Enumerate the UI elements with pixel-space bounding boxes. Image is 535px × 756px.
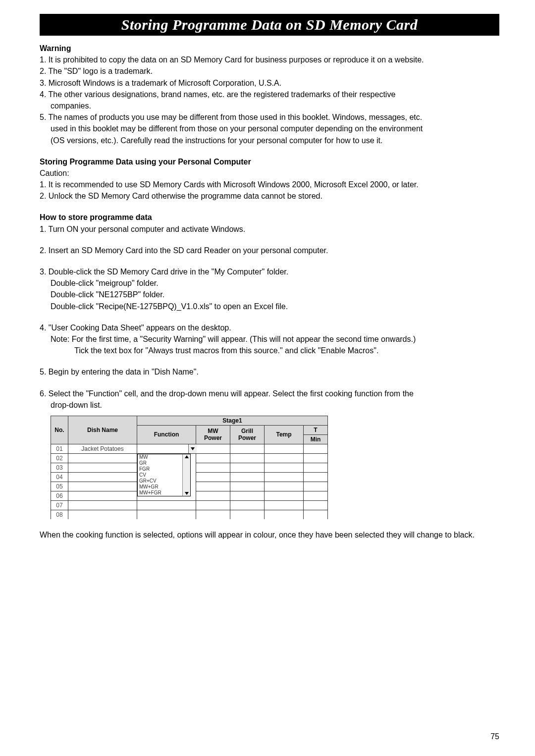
cell: [265, 510, 304, 519]
warning-item-sub: (OS versions, etc.). Carefully read the …: [40, 135, 499, 146]
howto-step-note: Tick the text box for "Always trust macr…: [40, 345, 499, 356]
th-dish: Dish Name: [68, 416, 137, 444]
cell: [265, 472, 304, 482]
cell-dish: [68, 453, 137, 463]
cell-dish: [68, 463, 137, 472]
th-no: No.: [51, 416, 68, 444]
cell: [196, 453, 230, 463]
warning-item: 4. The other various designations, brand…: [40, 89, 499, 100]
table-row-cut: 08: [51, 510, 328, 519]
th-function: Function: [137, 425, 196, 444]
function-cell[interactable]: [137, 444, 196, 453]
howto-step3: 3. Double-click the SD Memory Card drive…: [40, 266, 499, 312]
th-temp: Temp: [265, 425, 304, 444]
cell: [304, 510, 328, 519]
excel-table: No. Dish Name Stage1 Function MW Power G…: [51, 416, 328, 519]
chevron-down-icon: [191, 447, 195, 450]
cell: [304, 482, 328, 491]
warning-item-sub: companies.: [40, 100, 499, 111]
table-row: 02 MW GR FGR CV GR+CV MW+GR MW+FGR: [51, 453, 328, 463]
howto-step2: 2. Insert an SD Memory Card into the SD …: [40, 245, 499, 256]
cell: [137, 500, 196, 510]
howto-section: How to store programme data 1. Turn ON y…: [40, 212, 499, 234]
cell-dish: [68, 500, 137, 510]
table-row: 07: [51, 500, 328, 510]
th-time-top: T: [304, 425, 328, 434]
dropdown-scrollbar[interactable]: [182, 454, 190, 496]
cell: [265, 482, 304, 491]
chevron-down-icon: [185, 492, 189, 495]
howto-step-note: Note: For the first time, a "Security Wa…: [40, 333, 499, 345]
cell: [304, 500, 328, 510]
dropdown-list[interactable]: MW GR FGR CV GR+CV MW+GR MW+FGR: [137, 454, 191, 496]
cell: [304, 453, 328, 463]
cell: [304, 444, 328, 453]
cell: [265, 500, 304, 510]
warning-item: 2. The "SD" logo is a trademark.: [40, 65, 499, 77]
dropdown-button[interactable]: [188, 444, 197, 453]
cell-dish: [68, 472, 137, 482]
dropdown-list-cell: MW GR FGR CV GR+CV MW+GR MW+FGR: [137, 453, 196, 500]
howto-step5: 5. Begin by entering the data in "Dish N…: [40, 366, 499, 378]
cell: [196, 510, 230, 519]
cell: [304, 491, 328, 500]
howto-step: 3. Double-click the SD Memory Card drive…: [40, 266, 499, 277]
storing-item: 2. Unlock the SD Memory Card otherwise t…: [40, 190, 499, 202]
cell-no: 01: [51, 444, 68, 453]
cell-no: 07: [51, 500, 68, 510]
cell: [304, 463, 328, 472]
cell: [230, 482, 265, 491]
storing-item: 1. It is recommended to use SD Memory Ca…: [40, 179, 499, 190]
warning-section: Warning 1. It is prohibited to copy the …: [40, 43, 499, 146]
howto-title: How to store programme data: [40, 212, 499, 223]
chevron-up-icon: [185, 455, 189, 458]
cell: [230, 453, 265, 463]
footer-text: When the cooking function is selected, o…: [40, 529, 499, 540]
cell-dish: [68, 491, 137, 500]
page-number: 75: [490, 732, 499, 741]
cell: [304, 472, 328, 482]
howto-step-sub: Double-click "NE1275BP" folder.: [40, 289, 499, 300]
cell: [230, 444, 265, 453]
howto-step-sub: drop-down list.: [40, 399, 499, 411]
cell: [137, 510, 196, 519]
howto-step-sub: Double-click "meigroup" folder.: [40, 277, 499, 289]
cell-no: 02: [51, 453, 68, 463]
howto-step4: 4. "User Cooking Data Sheet" appears on …: [40, 322, 499, 357]
howto-step: 2. Insert an SD Memory Card into the SD …: [40, 245, 499, 256]
cell-no: 08: [51, 510, 68, 519]
cell-no: 03: [51, 463, 68, 472]
howto-step-sub: Double-click "Recipe(NE-1275BPQ)_V1.0.xl…: [40, 301, 499, 312]
cell: [196, 463, 230, 472]
th-min: Min: [304, 434, 328, 444]
cell: [265, 463, 304, 472]
banner-title: Storing Programme Data on SD Memory Card: [121, 16, 418, 33]
caution-label: Caution:: [40, 167, 499, 179]
cell: [196, 472, 230, 482]
cell-no: 06: [51, 491, 68, 500]
cell: [265, 491, 304, 500]
howto-step6: 6. Select the "Function" cell, and the d…: [40, 388, 499, 519]
page-banner: Storing Programme Data on SD Memory Card: [40, 14, 499, 36]
cell-no: 04: [51, 472, 68, 482]
cell-dish: [68, 482, 137, 491]
th-mw: MW Power: [196, 425, 230, 444]
cell: [230, 463, 265, 472]
warning-item: 1. It is prohibited to copy the data on …: [40, 54, 499, 65]
table-row: 01 Jacket Potatoes: [51, 444, 328, 453]
cell: [196, 482, 230, 491]
warning-item: 3. Microsoft Windows is a trademark of M…: [40, 77, 499, 89]
cell-dish: Jacket Potatoes: [68, 444, 137, 453]
th-stage: Stage1: [137, 416, 328, 425]
th-grill: Grill Power: [230, 425, 265, 444]
excel-screenshot: No. Dish Name Stage1 Function MW Power G…: [51, 416, 499, 519]
cell: [196, 444, 230, 453]
cell: [230, 491, 265, 500]
cell: [230, 500, 265, 510]
warning-item-sub: used in this booklet may be different fr…: [40, 123, 499, 134]
cell-dish: [68, 510, 137, 519]
cell: [265, 453, 304, 463]
cell-no: 05: [51, 482, 68, 491]
cell: [196, 491, 230, 500]
howto-step: 4. "User Cooking Data Sheet" appears on …: [40, 322, 499, 333]
